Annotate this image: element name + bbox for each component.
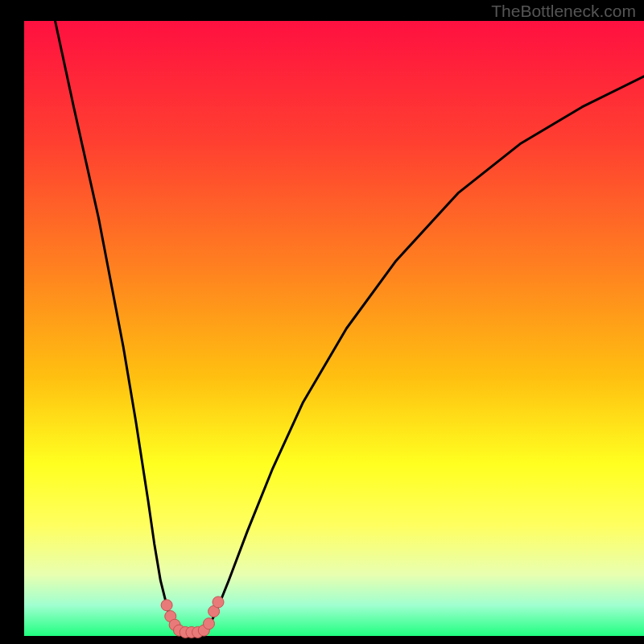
marker-point xyxy=(203,618,214,630)
attribution-label: TheBottleneck.com xyxy=(491,2,636,21)
marker-point xyxy=(213,597,224,608)
chart-plot-bg xyxy=(24,21,644,636)
chart-container: TheBottleneck.com xyxy=(0,0,644,644)
chart-svg xyxy=(0,0,644,644)
marker-point xyxy=(161,600,172,611)
